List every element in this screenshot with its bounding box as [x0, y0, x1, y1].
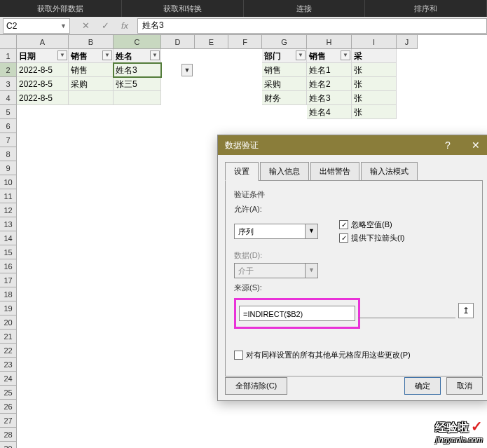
- row-header-28[interactable]: 28: [0, 428, 17, 442]
- column-header-G[interactable]: G: [262, 35, 307, 49]
- dialog-titlebar[interactable]: 数据验证 ? ✕: [218, 135, 487, 155]
- row-header-5[interactable]: 5: [0, 105, 17, 119]
- row-header-12[interactable]: 12: [0, 203, 17, 217]
- dropdown-arrow-checkbox[interactable]: ✓: [339, 233, 348, 243]
- tab-1[interactable]: 输入信息: [260, 162, 309, 181]
- allow-select[interactable]: 序列 ▼: [234, 224, 318, 239]
- row-header-1[interactable]: 1: [0, 49, 17, 63]
- column-header-C[interactable]: C: [114, 35, 161, 49]
- row-header-20[interactable]: 20: [0, 315, 17, 330]
- column-header-E[interactable]: E: [195, 35, 228, 49]
- cell-G2[interactable]: 销售: [262, 63, 307, 77]
- row-header-29[interactable]: 29: [0, 442, 17, 448]
- column-header-F[interactable]: F: [228, 35, 262, 49]
- row-header-10[interactable]: 10: [0, 175, 17, 189]
- ribbon-group-sort[interactable]: 排序和: [365, 0, 487, 17]
- cell-B4[interactable]: [69, 91, 114, 105]
- cancel-formula-icon: ✕: [78, 20, 92, 31]
- ignore-blank-label: 忽略空值(B): [351, 219, 392, 230]
- row-header-11[interactable]: 11: [0, 189, 17, 203]
- row-header-24[interactable]: 24: [0, 372, 17, 386]
- row-header-9[interactable]: 9: [0, 161, 17, 175]
- tab-0[interactable]: 设置: [225, 162, 259, 181]
- select-all-corner[interactable]: [0, 35, 17, 49]
- cell-B3[interactable]: 采购: [69, 77, 114, 91]
- formula-input[interactable]: 姓名3: [137, 18, 487, 34]
- cell-I3[interactable]: 张: [352, 77, 397, 91]
- apply-all-checkbox[interactable]: [234, 351, 243, 360]
- dropdown-arrow-label: 提供下拉箭头(I): [351, 233, 404, 243]
- column-header-B[interactable]: B: [69, 35, 114, 49]
- column-header-D[interactable]: D: [161, 35, 195, 49]
- ok-button[interactable]: 确定: [404, 377, 441, 395]
- cell-B2[interactable]: 销售: [69, 63, 114, 77]
- cell-H1[interactable]: 销售▼: [307, 49, 352, 63]
- row-header-16[interactable]: 16: [0, 259, 17, 273]
- row-header-22[interactable]: 22: [0, 344, 17, 358]
- row-header-3[interactable]: 3: [0, 77, 17, 91]
- row-header-7[interactable]: 7: [0, 133, 17, 147]
- column-header-H[interactable]: H: [307, 35, 352, 49]
- fx-icon[interactable]: fx: [118, 20, 132, 31]
- cell-B1[interactable]: 销售▼: [69, 49, 114, 63]
- chevron-down-icon[interactable]: ▼: [305, 224, 317, 238]
- cell-G4[interactable]: 财务: [262, 91, 307, 105]
- row-header-8[interactable]: 8: [0, 147, 17, 161]
- cell-H2[interactable]: 姓名1: [307, 63, 352, 77]
- cell-A3[interactable]: 2022-8-5: [17, 77, 69, 91]
- filter-arrow-icon[interactable]: ▼: [296, 50, 306, 60]
- row-header-17[interactable]: 17: [0, 273, 17, 287]
- column-header-J[interactable]: J: [397, 35, 418, 49]
- row-header-26[interactable]: 26: [0, 400, 17, 414]
- cell-C3[interactable]: 张三5: [114, 77, 161, 91]
- filter-arrow-icon[interactable]: ▼: [57, 50, 67, 60]
- tab-3[interactable]: 输入法模式: [361, 162, 418, 181]
- cell-I1[interactable]: 采: [352, 49, 397, 63]
- ignore-blank-checkbox[interactable]: ✓: [339, 220, 348, 229]
- cell-G1[interactable]: 部门▼: [262, 49, 307, 63]
- clear-all-button[interactable]: 全部清除(C): [225, 377, 287, 395]
- column-header-A[interactable]: A: [17, 35, 69, 49]
- cell-G3[interactable]: 采购: [262, 77, 307, 91]
- cell-A4[interactable]: 2022-8-5: [17, 91, 69, 105]
- name-box[interactable]: C2 ▼: [3, 18, 70, 34]
- ribbon-group-transform[interactable]: 获取和转换: [122, 0, 244, 17]
- row-header-6[interactable]: 6: [0, 119, 17, 133]
- row-header-14[interactable]: 14: [0, 231, 17, 245]
- cell-I4[interactable]: 张: [352, 91, 397, 105]
- filter-arrow-icon[interactable]: ▼: [341, 50, 350, 60]
- cell-C4[interactable]: [114, 91, 161, 105]
- filter-arrow-icon[interactable]: ▼: [150, 50, 160, 60]
- cell-I5[interactable]: 张: [352, 105, 397, 119]
- cell-H5[interactable]: 姓名4: [307, 105, 352, 119]
- ribbon-group-external[interactable]: 获取外部数据: [0, 0, 122, 17]
- column-header-I[interactable]: I: [352, 35, 397, 49]
- cell-A2[interactable]: 2022-8-5: [17, 63, 69, 77]
- row-header-25[interactable]: 25: [0, 386, 17, 400]
- cell-C1[interactable]: 姓名▼: [114, 49, 161, 63]
- filter-arrow-icon[interactable]: ▼: [102, 50, 112, 60]
- cell-A1[interactable]: 日期▼: [17, 49, 69, 63]
- cell-I2[interactable]: 张: [352, 63, 397, 77]
- row-header-19[interactable]: 19: [0, 301, 17, 315]
- chevron-down-icon[interactable]: ▼: [60, 22, 67, 29]
- source-input[interactable]: =INDIRECT($B2): [239, 306, 355, 321]
- row-header-27[interactable]: 27: [0, 414, 17, 428]
- row-header-13[interactable]: 13: [0, 217, 17, 231]
- cell-H4[interactable]: 姓名3: [307, 91, 352, 105]
- row-header-18[interactable]: 18: [0, 287, 17, 301]
- close-button[interactable]: ✕: [462, 135, 487, 155]
- cell-dropdown-button[interactable]: ▼: [181, 64, 193, 76]
- collapse-dialog-button[interactable]: ↥: [458, 303, 474, 318]
- help-button[interactable]: ?: [434, 135, 462, 155]
- tab-2[interactable]: 出错警告: [310, 162, 359, 181]
- row-header-15[interactable]: 15: [0, 245, 17, 259]
- cancel-button[interactable]: 取消: [446, 377, 483, 395]
- row-header-4[interactable]: 4: [0, 91, 17, 105]
- row-header-2[interactable]: 2: [0, 63, 17, 77]
- cell-C2[interactable]: 姓名3: [114, 63, 161, 77]
- row-header-21[interactable]: 21: [0, 330, 17, 344]
- ribbon-group-connections[interactable]: 连接: [244, 0, 366, 17]
- cell-H3[interactable]: 姓名2: [307, 77, 352, 91]
- row-header-23[interactable]: 23: [0, 358, 17, 372]
